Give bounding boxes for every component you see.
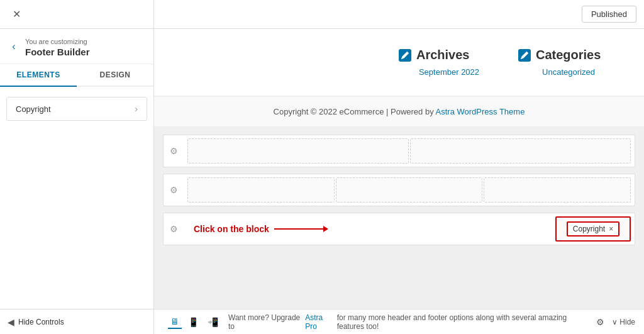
- copyright-block-close[interactable]: ×: [609, 225, 613, 233]
- chevron-down-icon: ∨: [612, 318, 618, 326]
- sidebar-item-arrow-icon: ›: [135, 104, 138, 114]
- desktop-icon[interactable]: 🖥: [168, 315, 182, 329]
- click-instruction-text: Click on the block: [194, 224, 269, 234]
- categories-edit-icon[interactable]: [518, 49, 531, 62]
- sidebar-item-copyright[interactable]: Copyright ›: [6, 97, 147, 121]
- archives-title: Archives: [416, 48, 470, 62]
- sidebar-title: Footer Builder: [25, 47, 145, 57]
- device-selector: 🖥 📱 📲 Want more? Upgrade to Astra Pro fo…: [163, 313, 591, 331]
- row-2-cell-3[interactable]: [484, 177, 631, 203]
- sidebar: ‹ You are customizing Footer Builder ELE…: [0, 29, 154, 309]
- tab-elements[interactable]: ELEMENTS: [0, 64, 77, 87]
- sidebar-subtitle: You are customizing: [25, 38, 145, 45]
- close-button[interactable]: ✕: [8, 6, 25, 23]
- preview-area: Archives September 2022 Categories Uncat…: [154, 29, 644, 309]
- copyright-block-label: Copyright: [573, 225, 605, 233]
- hide-controls-label: Hide Controls: [18, 318, 64, 326]
- settings-gear-icon[interactable]: ⚙: [593, 315, 607, 329]
- mobile-icon[interactable]: 📲: [205, 316, 221, 328]
- categories-title: Categories: [536, 48, 601, 62]
- row-2-gear-icon[interactable]: ⚙: [164, 185, 184, 195]
- footer-row-2: ⚙: [163, 174, 635, 206]
- footer-row-3: ⚙ Click on the block Copyright ×: [163, 213, 635, 245]
- copyright-block[interactable]: Copyright ×: [567, 221, 619, 237]
- row-1-gear-icon[interactable]: ⚙: [164, 146, 184, 156]
- categories-link[interactable]: Uncategorized: [518, 67, 619, 77]
- left-arrow-icon: ◀: [8, 317, 14, 327]
- arrow-right-icon: [274, 228, 325, 230]
- want-more-suffix: for many more header and footer options …: [337, 313, 591, 331]
- archives-edit-icon[interactable]: [399, 49, 411, 62]
- sidebar-back-button[interactable]: ‹: [6, 39, 21, 54]
- row-1-cell-1[interactable]: [187, 138, 409, 164]
- widget-area: Archives September 2022 Categories Uncat…: [154, 29, 644, 96]
- categories-widget: Categories Uncategorized: [518, 48, 619, 77]
- click-instruction: Click on the block: [187, 224, 554, 234]
- preview-content: Archives September 2022 Categories Uncat…: [154, 29, 644, 309]
- published-button[interactable]: Published: [582, 6, 636, 23]
- hide-controls-button[interactable]: ◀ Hide Controls: [0, 309, 154, 334]
- footer-copyright-bar: Copyright © 2022 eCommerce | Powered by …: [154, 96, 644, 127]
- archives-widget: Archives September 2022: [399, 48, 499, 77]
- hide-button[interactable]: ∨ Hide: [612, 318, 635, 326]
- row-3-gear-icon[interactable]: ⚙: [164, 224, 184, 234]
- footer-row-1: ⚙: [163, 135, 635, 167]
- sidebar-tabs: ELEMENTS DESIGN: [0, 64, 153, 87]
- row-2-cell-2[interactable]: [336, 177, 483, 203]
- sidebar-content: Copyright ›: [0, 87, 153, 309]
- copyright-block-cell[interactable]: Copyright ×: [555, 216, 631, 242]
- row-2-cell-1[interactable]: [187, 177, 335, 203]
- footer-copyright-text: Copyright © 2022 eCommerce | Powered by: [274, 107, 436, 116]
- astra-pro-link[interactable]: Astra Pro: [305, 313, 334, 331]
- bottom-bar: ◀ Hide Controls 🖥 📱 📲 Want more? Upgrade…: [0, 309, 644, 334]
- footer-builder-grid: ⚙ ⚙ ⚙: [154, 127, 644, 309]
- sidebar-item-copyright-label: Copyright: [16, 104, 51, 114]
- footer-copyright-link[interactable]: Astra WordPress Theme: [436, 107, 525, 116]
- want-more-text: Want more? Upgrade to: [228, 313, 303, 331]
- hide-label: Hide: [619, 318, 635, 326]
- archives-link[interactable]: September 2022: [399, 67, 499, 77]
- tablet-icon[interactable]: 📱: [186, 316, 201, 328]
- row-1-cell-2[interactable]: [410, 138, 631, 164]
- tab-design[interactable]: DESIGN: [77, 64, 153, 86]
